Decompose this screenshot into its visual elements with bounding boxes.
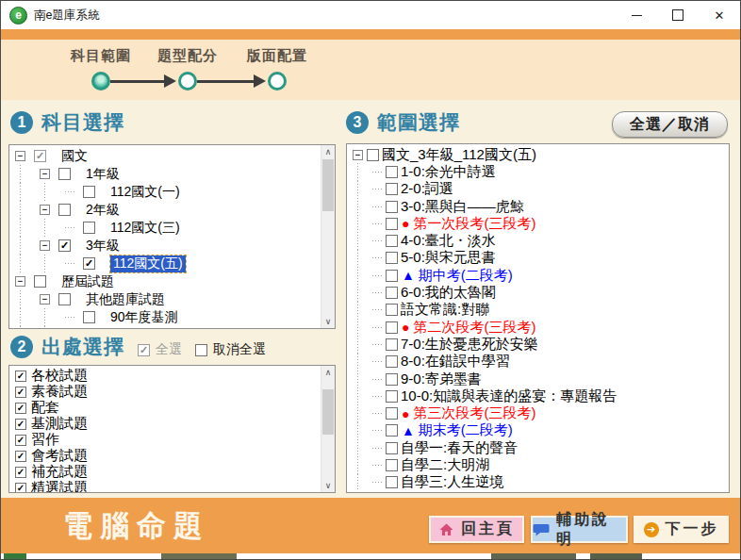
checkbox[interactable] [34,275,46,288]
deselect-all-option[interactable]: 取消全選 [195,341,266,358]
tree-row[interactable]: 自學一:春天的聲音 [351,439,727,456]
scrollbar-thumb[interactable] [322,159,334,211]
tree-label[interactable]: 9-0:寄弟墨書 [401,371,482,388]
checkbox[interactable] [386,287,398,299]
tree-label[interactable]: 第一次段考(三段考) [413,215,535,233]
tree-row[interactable]: 4-0:臺北・淡水 [351,232,727,249]
checkbox[interactable] [83,222,95,234]
expander-icon[interactable]: − [15,276,25,287]
checkbox[interactable] [386,252,398,264]
tree-row[interactable]: −✓國文 [13,147,321,165]
checkbox[interactable] [386,201,398,213]
checkbox[interactable] [386,390,398,403]
checkbox[interactable] [386,373,398,386]
tree-row[interactable]: 9-0:寄弟墨書 [351,371,727,387]
expander-icon[interactable]: − [40,240,50,251]
checkbox[interactable]: ✓ [15,387,26,398]
checkbox[interactable] [58,293,71,305]
tree-label[interactable]: 2年級 [86,202,120,219]
checkbox[interactable]: ✓ [34,150,46,162]
tree-row[interactable]: −歷屆試題 [13,272,321,290]
tree-label[interactable]: 國文 [61,148,88,165]
tree-row[interactable]: 1-0:余光中詩選 [351,163,727,180]
checkbox[interactable] [386,355,398,368]
list-item[interactable]: ✓素養試題 [13,384,321,400]
tree-row[interactable]: 自學二:大明湖 [351,456,727,473]
expander-icon[interactable]: − [40,169,50,179]
checkbox[interactable] [386,407,398,420]
tree-row[interactable]: −✓3年級 [13,237,321,255]
checkbox[interactable]: ✓ [15,451,26,462]
checkbox[interactable] [386,424,398,436]
checkbox[interactable]: ✓ [15,483,26,493]
list-item[interactable]: ✓基測試題 [13,416,321,432]
tree-row[interactable]: ●第三次段考(三段考) [351,404,727,421]
tree-label[interactable]: 112國文(一) [110,184,180,201]
tree-row[interactable]: ●第二次段考(三段考) [351,319,727,336]
tree-label[interactable]: 90年度基測 [110,309,178,326]
checkbox[interactable]: ✓ [83,257,95,270]
deselect-all-checkbox[interactable] [195,344,207,356]
tree-label[interactable]: 5-0:與宋元思書 [401,249,496,267]
tree-label[interactable]: 1年級 [86,166,120,183]
checkbox[interactable] [386,304,398,316]
list-item[interactable]: ✓習作 [13,432,321,448]
tree-row[interactable]: 112國文(三) [13,219,321,237]
select-toggle-button[interactable]: 全選／取消 [612,111,728,138]
tree-row[interactable]: 10-0:知識與表達的盛宴：專題報告 [351,387,727,404]
scroll-down-icon[interactable]: ∨ [321,479,335,492]
tree-label[interactable]: 10-0:知識與表達的盛宴：專題報告 [401,387,617,405]
list-item[interactable]: ✓會考試題 [13,448,321,464]
checkbox[interactable] [386,183,398,195]
checkbox[interactable] [58,168,71,180]
list-item[interactable]: ✓補充試題 [13,464,321,480]
subject-tree-scrollbar[interactable]: ∧ ∨ [321,145,335,328]
checkbox[interactable]: ✓ [58,239,71,252]
tree-label[interactable]: 3年級 [86,238,120,255]
checkbox[interactable]: ✓ [15,419,26,430]
tree-row[interactable]: ▲期末考(二段考) [351,422,727,439]
list-item[interactable]: ✓配套 [13,400,321,416]
expander-icon[interactable]: − [15,151,25,161]
tree-row[interactable]: 91年度基測 [13,326,321,328]
tree-row[interactable]: 3-0:黑與白——虎鯨 [351,198,727,215]
checkbox[interactable] [386,270,398,282]
tree-row[interactable]: −其他題庫試題 [13,290,321,308]
checkbox[interactable] [386,166,398,178]
tree-row[interactable]: 語文常識:對聯 [351,302,727,319]
tree-row[interactable]: 2-0:詞選 [351,181,727,198]
tree-label[interactable]: 112國文(三) [110,220,180,237]
tree-row[interactable]: 112國文(一) [13,183,321,201]
tree-label[interactable]: 1-0:余光中詩選 [401,163,496,181]
checkbox[interactable] [83,311,95,323]
tree-label[interactable]: 歷屆試題 [61,273,114,290]
checkbox[interactable]: ✓ [15,435,26,446]
tree-row[interactable]: 自學三:人生逆境 [351,474,727,491]
tree-row[interactable]: 6-0:我的太魯閣 [351,284,727,301]
list-item[interactable]: ✓各校試題 [13,368,321,384]
tree-label[interactable]: 自學二:大明湖 [401,456,489,474]
tree-label[interactable]: 2-0:詞選 [401,180,453,198]
scroll-down-icon[interactable]: ∨ [321,315,335,328]
next-button[interactable]: ➔ 下一步 [634,516,729,543]
checkbox[interactable]: ✓ [15,371,26,382]
home-button[interactable]: 回主頁 [429,516,524,543]
checkbox[interactable] [386,442,398,454]
tree-label[interactable]: 其他題庫試題 [86,291,165,308]
tree-label[interactable]: 期中考(二段考) [419,267,513,285]
tree-label[interactable]: 3-0:黑與白——虎鯨 [401,198,524,216]
tree-label[interactable]: 4-0:臺北・淡水 [401,232,496,250]
checkbox[interactable] [367,149,379,161]
checkbox[interactable] [386,476,398,488]
checkbox[interactable] [58,204,71,216]
tree-row[interactable]: −國文_3年級_112國文(五) [351,146,727,163]
tree-label[interactable]: 期末考(二段考) [419,421,513,439]
tree-label[interactable]: 第二次段考(三段考) [413,319,535,337]
tree-label[interactable]: 8-0:在錯誤中學習 [401,353,510,371]
tree-row[interactable]: 8-0:在錯誤中學習 [351,354,727,371]
minimize-button[interactable] [616,1,657,29]
checkbox[interactable] [83,186,95,198]
close-button[interactable]: ✕ [699,1,740,29]
source-list-scrollbar[interactable]: ∧ ∨ [321,366,335,492]
tree-label[interactable]: 自學三:人生逆境 [401,473,503,491]
